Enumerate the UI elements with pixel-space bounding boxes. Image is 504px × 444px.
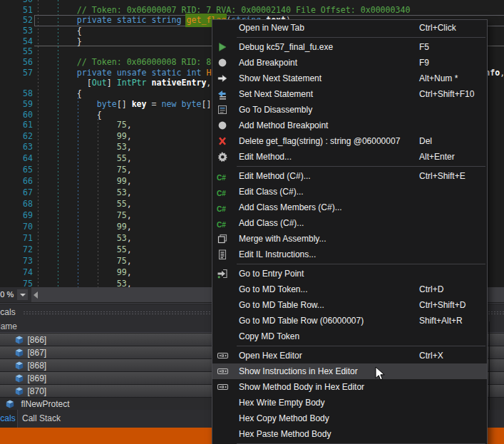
line-number: 57 <box>0 67 33 78</box>
name-column-label: Name <box>0 321 17 332</box>
line-number: 53 <box>0 25 33 36</box>
line-number: 58 <box>0 88 33 99</box>
gear-icon <box>217 151 231 162</box>
menu-item-open-in-new-tab[interactable]: Open in New TabCtrl+Click <box>212 20 487 36</box>
code-text: 99, <box>37 267 132 278</box>
tab-locals[interactable]: Locals <box>0 410 18 428</box>
arrow-right-icon <box>217 73 231 84</box>
csharp-icon: C# <box>217 170 231 182</box>
menu-item-go-to-md-table-row[interactable]: Go to MD Table Row...Ctrl+Shift+D <box>212 297 487 313</box>
menu-item-shortcut: Alt+Num * <box>419 71 458 86</box>
menu-item-label: Merge with Assembly... <box>239 231 326 247</box>
menu-item-show-instructions-in-hex-editor[interactable]: Show Instructions in Hex Editor <box>212 363 487 379</box>
menu-item-debug-kc57-final-fu-exe[interactable]: Debug kc57_final_fu.exeF5 <box>212 39 487 55</box>
menu-item-go-to-disassembly[interactable]: Go To Disassembly <box>212 102 487 118</box>
code-text: 53, <box>37 278 132 287</box>
code-text: 99, <box>37 221 132 232</box>
il-document-icon <box>217 249 231 260</box>
line-number: 55 <box>0 46 33 57</box>
menu-item-go-to-md-token[interactable]: Go to MD Token...Ctrl+D <box>212 282 487 297</box>
menu-item-label: Edit Class (C#)... <box>239 184 304 200</box>
context-menu: Open in New TabCtrl+ClickDebug kc57_fina… <box>212 19 488 444</box>
menu-item-label: Edit Method (C#)... <box>239 168 311 184</box>
locals-title-label: Locals <box>0 304 16 321</box>
menu-item-hex-write-empty-body[interactable]: Hex Write Empty Body <box>212 395 487 411</box>
menu-item-label: Add Class Members (C#)... <box>239 200 342 215</box>
zoom-level-value[interactable]: 100 % <box>0 287 14 302</box>
merge-icon <box>217 233 231 244</box>
menu-item-label: Show Next Statement <box>239 71 322 86</box>
menu-item-label: Debug kc57_final_fu.exe <box>239 39 333 55</box>
entry-point-icon <box>217 268 231 279</box>
line-number: 72 <box>0 244 33 255</box>
menu-item-edit-method[interactable]: Edit Method...Alt+Enter <box>212 149 487 165</box>
code-text: 99, <box>37 130 132 142</box>
menu-item-edit-method-c[interactable]: C#Edit Method (C#)...Ctrl+Shift+E <box>212 168 487 184</box>
menu-item-label: Open in New Tab <box>239 20 304 36</box>
line-number: 71 <box>0 232 33 244</box>
menu-item-label: Add Class (C#)... <box>239 215 304 231</box>
locals-row-label: [870] <box>28 385 47 398</box>
tab-call-stack[interactable]: Call Stack <box>22 410 61 428</box>
menu-item-label: Add Method Breakpoint <box>239 118 328 133</box>
menu-item-go-to-entry-point[interactable]: Go to Entry Point <box>212 266 487 282</box>
cube-icon <box>15 349 24 357</box>
csharp-icon: C# <box>217 186 231 197</box>
menu-item-label: Go to MD Table Row (06000007) <box>239 313 364 329</box>
code-line-51[interactable]: 51 // Token: 0x06000007 RID: 7 RVA: 0x00… <box>0 4 504 16</box>
menu-item-shortcut: Alt+Enter <box>419 149 455 165</box>
menu-item-label: Show Method Body in Hex Editor <box>239 379 364 395</box>
zoom-dropdown-button[interactable] <box>17 289 28 300</box>
menu-item-label: Go to MD Token... <box>239 282 308 297</box>
line-number: 65 <box>0 164 33 175</box>
menu-item-add-class-members-c[interactable]: C#Add Class Members (C#)... <box>212 200 487 215</box>
menu-item-hex-paste-method-body[interactable]: Hex Paste Method Body <box>212 426 487 442</box>
menu-item-shortcut: Ctrl+D <box>419 282 443 297</box>
line-number: 56 <box>0 56 33 68</box>
line-number: 54 <box>0 36 33 47</box>
delete-icon <box>217 135 231 147</box>
code-text: 75, <box>37 255 132 267</box>
code-text: 75, <box>37 164 132 175</box>
menu-item-label: Edit IL Instructions... <box>239 247 316 262</box>
menu-item-label: Copy MD Token <box>239 329 299 344</box>
menu-item-show-method-body-in-hex-editor[interactable]: Show Method Body in Hex Editor <box>212 379 487 395</box>
menu-item-add-method-breakpoint[interactable]: Add Method Breakpoint <box>212 118 487 133</box>
line-number: 74 <box>0 267 33 278</box>
menu-item-set-next-statement[interactable]: Set Next StatementCtrl+Shift+F10 <box>212 86 487 102</box>
menu-item-edit-class-c[interactable]: C#Edit Class (C#)... <box>212 184 487 200</box>
menu-item-label: Show Instructions in Hex Editor <box>239 363 358 379</box>
menu-item-edit-il-instructions[interactable]: Edit IL Instructions... <box>212 247 487 262</box>
menu-item-shortcut: F5 <box>419 39 429 55</box>
code-text: 53, <box>37 232 132 244</box>
menu-item-label: Hex Paste Method Body <box>239 426 331 442</box>
menu-item-open-hex-editor[interactable]: Open Hex EditorCtrl+X <box>212 348 487 363</box>
menu-item-add-class-c[interactable]: C#Add Class (C#)... <box>212 215 487 231</box>
locals-row-label: flNewProtect <box>21 398 70 411</box>
code-text: 75, <box>37 210 132 221</box>
menu-item-merge-with-assembly[interactable]: Merge with Assembly... <box>212 231 487 247</box>
menu-item-label: Hex Copy Method Body <box>239 411 329 426</box>
menu-item-show-next-statement[interactable]: Show Next StatementAlt+Num * <box>212 71 487 86</box>
menu-item-label: Go to Entry Point <box>239 266 304 282</box>
scroll-left-icon[interactable] <box>34 291 38 299</box>
breakpoint-icon <box>217 57 231 68</box>
menu-item-copy-md-token[interactable]: Copy MD Token <box>212 329 487 344</box>
menu-item-go-to-md-table-row-06000007[interactable]: Go to MD Table Row (06000007)Shift+Alt+R <box>212 313 487 329</box>
line-number: 69 <box>0 210 33 221</box>
line-number: 68 <box>0 198 33 210</box>
line-number: 70 <box>0 221 33 232</box>
line-number: 62 <box>0 130 33 142</box>
menu-item-shortcut: Ctrl+Click <box>419 20 456 36</box>
menu-item-delete-get-flag-string-string-06000007[interactable]: Delete get_flag(string) : string @060000… <box>212 133 487 149</box>
menu-item-hex-copy-method-body[interactable]: Hex Copy Method Body <box>212 411 487 426</box>
menu-item-add-breakpoint[interactable]: Add BreakpointF9 <box>212 55 487 71</box>
play-icon <box>217 41 231 53</box>
cube-icon <box>15 336 24 344</box>
locals-row-label: [866] <box>28 334 47 346</box>
code-text: 55, <box>37 153 132 164</box>
cube-icon <box>15 374 24 383</box>
hex-editor-icon <box>217 366 231 377</box>
line-number: 63 <box>0 141 33 153</box>
cube-icon <box>6 400 14 408</box>
